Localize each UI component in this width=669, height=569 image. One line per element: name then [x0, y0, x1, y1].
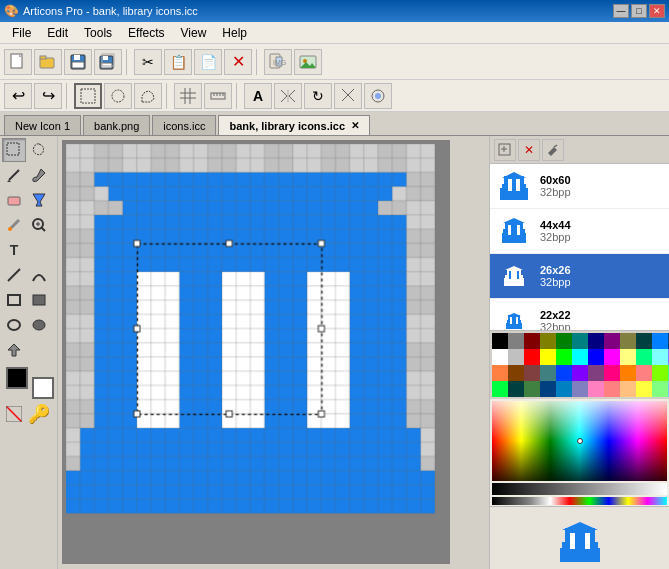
- color-swatch-0[interactable]: [492, 333, 508, 349]
- icon-item-22[interactable]: 22x22 32bpp: [490, 299, 669, 330]
- text-tool[interactable]: T: [2, 238, 26, 262]
- close-button[interactable]: ✕: [649, 4, 665, 18]
- color-swatch-45[interactable]: [636, 381, 652, 397]
- color-swatch-27[interactable]: [540, 365, 556, 381]
- sel-free-button[interactable]: [134, 83, 162, 109]
- color-swatch-18[interactable]: [588, 349, 604, 365]
- color-swatch-3[interactable]: [540, 333, 556, 349]
- color-swatch-33[interactable]: [636, 365, 652, 381]
- ruler-button[interactable]: [204, 83, 232, 109]
- color-swatch-40[interactable]: [556, 381, 572, 397]
- open-button[interactable]: [34, 49, 62, 75]
- color-swatch-16[interactable]: [556, 349, 572, 365]
- gray-gradient[interactable]: [492, 483, 667, 495]
- color-gradient[interactable]: [492, 401, 667, 481]
- minimize-button[interactable]: —: [613, 4, 629, 18]
- color-swatch-24[interactable]: [492, 365, 508, 381]
- color-swatch-10[interactable]: [652, 333, 668, 349]
- text-tool-button[interactable]: A: [244, 83, 272, 109]
- maximize-button[interactable]: □: [631, 4, 647, 18]
- color-swatch-34[interactable]: [652, 365, 668, 381]
- curve-tool[interactable]: [27, 263, 51, 287]
- color-swatch-8[interactable]: [620, 333, 636, 349]
- color-swatch-42[interactable]: [588, 381, 604, 397]
- fg-color-swatch[interactable]: [6, 367, 28, 389]
- delete-button[interactable]: ✕: [224, 49, 252, 75]
- color-swatch-14[interactable]: [524, 349, 540, 365]
- color-swatch-30[interactable]: [588, 365, 604, 381]
- line-tool[interactable]: [2, 263, 26, 287]
- eraser-tool[interactable]: [2, 188, 26, 212]
- color-swatch-20[interactable]: [620, 349, 636, 365]
- export-button[interactable]: [294, 49, 322, 75]
- cut-button[interactable]: ✂: [134, 49, 162, 75]
- color-swatch-39[interactable]: [540, 381, 556, 397]
- redo-button[interactable]: ↪: [34, 83, 62, 109]
- color-swatch-36[interactable]: [492, 381, 508, 397]
- color-swatch-26[interactable]: [524, 365, 540, 381]
- color-swatch-12[interactable]: [492, 349, 508, 365]
- zoom-tool[interactable]: [27, 213, 51, 237]
- bg-color-swatch[interactable]: [32, 377, 54, 399]
- undo-button[interactable]: ↩: [4, 83, 32, 109]
- brush-tool[interactable]: [27, 163, 51, 187]
- icon-item-60[interactable]: 60x60 32bpp: [490, 164, 669, 209]
- color-swatch-7[interactable]: [604, 333, 620, 349]
- tab-icons-icc[interactable]: icons.icc: [152, 115, 216, 135]
- color-swatch-29[interactable]: [572, 365, 588, 381]
- rect-tool[interactable]: [2, 288, 26, 312]
- eyedropper-tool[interactable]: [2, 213, 26, 237]
- pencil-tool[interactable]: [2, 163, 26, 187]
- color-swatch-15[interactable]: [540, 349, 556, 365]
- color-swatch-6[interactable]: [588, 333, 604, 349]
- tab-new-icon[interactable]: New Icon 1: [4, 115, 81, 135]
- color-swatch-41[interactable]: [572, 381, 588, 397]
- copy-button[interactable]: 📋: [164, 49, 192, 75]
- sel-circle-button[interactable]: [104, 83, 132, 109]
- color-swatch-37[interactable]: [508, 381, 524, 397]
- color-swatch-19[interactable]: [604, 349, 620, 365]
- icon-item-44[interactable]: 44x44 32bpp: [490, 209, 669, 254]
- pixel-canvas[interactable]: [66, 144, 446, 560]
- save-button[interactable]: [64, 49, 92, 75]
- arrow-tool[interactable]: [2, 338, 26, 362]
- color-swatch-4[interactable]: [556, 333, 572, 349]
- color-swatch-5[interactable]: [572, 333, 588, 349]
- icon-item-26[interactable]: 26x26 32bpp: [490, 254, 669, 299]
- color-swatch-28[interactable]: [556, 365, 572, 381]
- import-button[interactable]: IMG: [264, 49, 292, 75]
- delete-icon-button[interactable]: ✕: [518, 139, 540, 161]
- color-swatch-25[interactable]: [508, 365, 524, 381]
- rotate-button[interactable]: ↻: [304, 83, 332, 109]
- filled-ellipse-tool[interactable]: [27, 313, 51, 337]
- color-swatch-21[interactable]: [636, 349, 652, 365]
- sel-rect-button[interactable]: [74, 83, 102, 109]
- color-swatch-13[interactable]: [508, 349, 524, 365]
- menu-edit[interactable]: Edit: [39, 24, 76, 42]
- color-swatch-38[interactable]: [524, 381, 540, 397]
- gold-tool[interactable]: 🔑: [27, 402, 51, 426]
- paste-button[interactable]: 📄: [194, 49, 222, 75]
- grid-button[interactable]: [174, 83, 202, 109]
- menu-effects[interactable]: Effects: [120, 24, 172, 42]
- menu-view[interactable]: View: [173, 24, 215, 42]
- menu-file[interactable]: File: [4, 24, 39, 42]
- effects-button[interactable]: [364, 83, 392, 109]
- fill-tool[interactable]: [27, 188, 51, 212]
- color-swatch-43[interactable]: [604, 381, 620, 397]
- tab-bank-library[interactable]: bank, library icons.icc ✕: [218, 115, 370, 135]
- lasso-tool[interactable]: [27, 138, 51, 162]
- menu-help[interactable]: Help: [214, 24, 255, 42]
- mirror-button[interactable]: [274, 83, 302, 109]
- menu-tools[interactable]: Tools: [76, 24, 120, 42]
- color-strip[interactable]: [492, 497, 667, 505]
- flip-button[interactable]: [334, 83, 362, 109]
- select-tool[interactable]: [2, 138, 26, 162]
- filled-rect-tool[interactable]: [27, 288, 51, 312]
- tab-close-button[interactable]: ✕: [351, 120, 359, 131]
- edit-icon-button[interactable]: [542, 139, 564, 161]
- new-button[interactable]: [4, 49, 32, 75]
- color-swatch-32[interactable]: [620, 365, 636, 381]
- color-swatch-1[interactable]: [508, 333, 524, 349]
- color-swatch-44[interactable]: [620, 381, 636, 397]
